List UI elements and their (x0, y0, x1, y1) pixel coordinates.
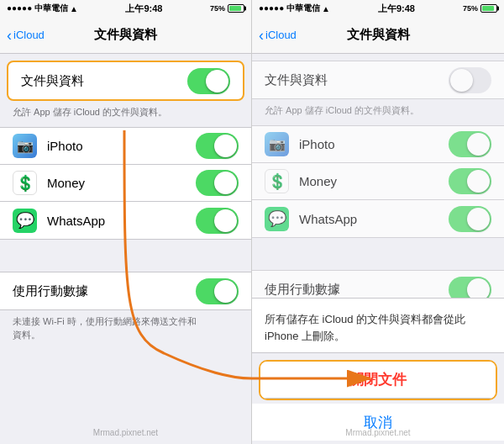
toggle-thumb-mobile-left (214, 280, 237, 303)
time-left: 上午9:48 (125, 3, 162, 15)
icon-money-right: 💲 (265, 169, 289, 193)
wifi-icon-left: ▲ (70, 4, 78, 13)
cancel-button[interactable]: 取消 (252, 404, 504, 441)
section-documents-left: 文件與資料 允許 App 儲存 iCloud 的文件與資料。 (0, 61, 251, 127)
toggle-whatsapp-right[interactable] (449, 206, 491, 232)
table-documents-left: 文件與資料 (7, 61, 244, 101)
toggle-thumb-iphoto-right (467, 133, 490, 156)
confirm-button[interactable]: 關閉文件 (260, 362, 496, 399)
icon-whatsapp-left: 💬 (13, 209, 37, 233)
right-panel: ●●●●● 中華電信 ▲ 上午9:48 75% ‹ iCloud 文件與資料 文… (252, 0, 504, 444)
label-whatsapp-left: WhatsApp (47, 214, 196, 228)
back-label-right: iCloud (265, 29, 297, 41)
icon-iphoto-right: 📷 (265, 132, 289, 156)
status-bar-right: ●●●●● 中華電信 ▲ 上午9:48 75% (252, 0, 504, 17)
table-mobile-left: 使用行動數據 (0, 272, 251, 310)
status-right-right: 75% (463, 4, 497, 13)
toggle-thumb-doc-left (206, 70, 228, 92)
label-mobile-right: 使用行動數據 (265, 282, 449, 298)
status-left-right: ●●●●● 中華電信 ▲ (259, 3, 330, 14)
label-iphoto-left: iPhoto (47, 139, 196, 153)
nav-title-left: 文件與資料 (94, 27, 157, 43)
nav-bar-right: ‹ iCloud 文件與資料 (252, 17, 504, 54)
row-doc-toggle-right[interactable]: 文件與資料 (252, 61, 504, 98)
toggle-iphoto-right[interactable] (449, 131, 491, 157)
row-money-left[interactable]: 💲 Money (0, 165, 251, 202)
row-whatsapp-left[interactable]: 💬 WhatsApp (0, 202, 251, 239)
row-money-right[interactable]: 💲 Money (252, 163, 504, 200)
table-apps-right: 📷 iPhoto 💲 Money 💬 WhatsApp (252, 125, 504, 238)
section-apps-right: 📷 iPhoto 💲 Money 💬 WhatsApp (252, 125, 504, 238)
section-documents-right: 文件與資料 允許 App 儲存 iCloud 的文件與資料。 (252, 61, 504, 125)
section-apps-left: 📷 iPhoto 💲 Money 💬 WhatsApp (0, 127, 251, 240)
wifi-icon-right: ▲ (322, 4, 330, 13)
carrier-right: ●●●●● 中華電信 (259, 3, 320, 14)
back-button-right[interactable]: ‹ iCloud (259, 28, 297, 43)
label-money-left: Money (47, 176, 196, 190)
left-panel: ●●●●● 中華電信 ▲ 上午9:48 75% ‹ iCloud 文件與資料 文… (0, 0, 252, 444)
nav-title-right: 文件與資料 (347, 27, 410, 43)
label-doc-left: 文件與資料 (21, 73, 187, 89)
dialog-overlay: 所有儲存在 iCloud 的文件與資料都會從此 iPhone 上刪除。 關閉文件… (252, 298, 504, 444)
back-label-left: iCloud (13, 29, 45, 41)
icon-money-left: 💲 (13, 171, 37, 195)
time-right: 上午9:48 (378, 3, 415, 15)
toggle-iphoto-left[interactable] (196, 133, 239, 159)
toggle-money-right[interactable] (449, 168, 491, 194)
nav-bar-left: ‹ iCloud 文件與資料 (0, 17, 251, 54)
row-iphoto-right[interactable]: 📷 iPhoto (252, 126, 504, 163)
footer-doc-left: 允許 App 儲存 iCloud 的文件與資料。 (0, 101, 251, 127)
confirm-label: 關閉文件 (349, 370, 407, 389)
back-button-left[interactable]: ‹ iCloud (7, 28, 45, 43)
toggle-thumb-money-right (467, 170, 490, 193)
dialog-message: 所有儲存在 iCloud 的文件與資料都會從此 iPhone 上刪除。 (252, 299, 504, 353)
table-documents-right: 文件與資料 (252, 61, 504, 99)
row-iphoto-left[interactable]: 📷 iPhoto (0, 128, 251, 165)
header-mobile-right (252, 238, 504, 270)
header-mobile-left (0, 240, 251, 272)
battery-percent-left: 75% (210, 4, 225, 13)
toggle-money-left[interactable] (196, 170, 239, 196)
toggle-doc-left[interactable] (187, 68, 230, 94)
label-mobile-left: 使用行動數據 (13, 283, 196, 299)
label-doc-right: 文件與資料 (265, 72, 449, 88)
status-bar-left: ●●●●● 中華電信 ▲ 上午9:48 75% (0, 0, 251, 17)
section-mobile-left: 使用行動數據 未連接 Wi-Fi 時，使用行動網路來傳送文件和資料。 (0, 240, 251, 350)
row-doc-toggle-left[interactable]: 文件與資料 (8, 62, 243, 99)
footer-mobile-left: 未連接 Wi-Fi 時，使用行動網路來傳送文件和資料。 (0, 310, 251, 350)
toggle-doc-right[interactable] (449, 67, 491, 93)
toggle-thumb-iphoto-left (214, 135, 237, 157)
back-arrow-left: ‹ (7, 28, 12, 43)
cancel-label: 取消 (364, 413, 392, 432)
toggle-thumb-money-left (214, 172, 237, 194)
status-right-left: 75% (210, 4, 244, 13)
status-left: ●●●●● 中華電信 ▲ (7, 3, 78, 14)
label-iphoto-right: iPhoto (299, 137, 449, 151)
row-whatsapp-right[interactable]: 💬 WhatsApp (252, 200, 504, 237)
footer-doc-right: 允許 App 儲存 iCloud 的文件與資料。 (252, 99, 504, 125)
back-arrow-right: ‹ (259, 28, 264, 43)
label-whatsapp-right: WhatsApp (299, 212, 449, 226)
battery-icon-left (228, 4, 244, 13)
row-mobile-left[interactable]: 使用行動數據 (0, 272, 251, 309)
table-apps-left: 📷 iPhoto 💲 Money 💬 WhatsApp (0, 127, 251, 240)
icon-iphoto-left: 📷 (13, 134, 37, 158)
toggle-thumb-whatsapp-left (214, 209, 237, 232)
label-money-right: Money (299, 174, 449, 188)
battery-icon-right (480, 4, 497, 13)
content-left: 文件與資料 允許 App 儲存 iCloud 的文件與資料。 📷 iPhoto (0, 54, 251, 444)
battery-percent-right: 75% (463, 4, 478, 13)
icon-whatsapp-right: 💬 (265, 207, 289, 231)
toggle-mobile-left[interactable] (196, 278, 239, 304)
toggle-whatsapp-left[interactable] (196, 208, 239, 234)
toggle-thumb-doc-right (450, 69, 473, 92)
toggle-thumb-whatsapp-right (467, 208, 490, 230)
carrier-left: ●●●●● 中華電信 (7, 3, 68, 14)
